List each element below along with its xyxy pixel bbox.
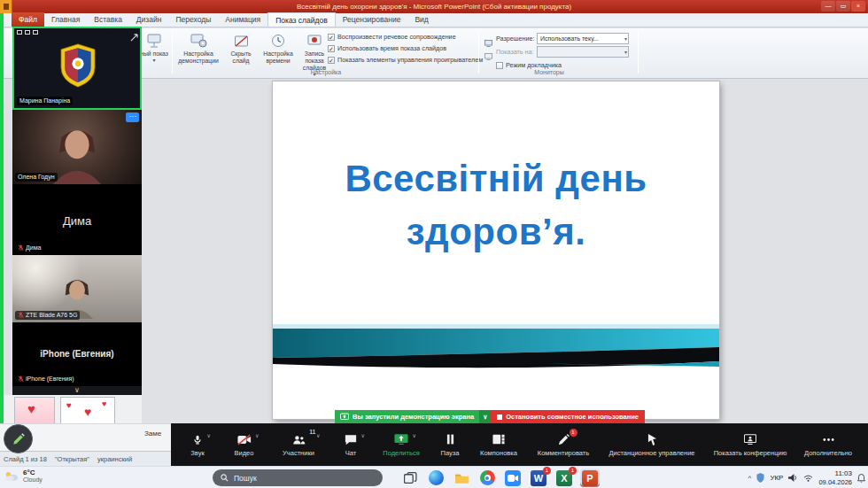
slide-thumbnail[interactable]: ♥ (14, 397, 55, 423)
window-controls: — ▭ × (821, 1, 865, 12)
toolbar-show-meeting-button[interactable]: Показать конференцию (704, 423, 796, 466)
resolution-label: Разрешение: (496, 35, 535, 43)
hide-slide-button[interactable]: Скрыть слайд (223, 30, 259, 74)
toolbar-pause-button[interactable]: Пауза (430, 423, 470, 466)
chrome-icon[interactable] (477, 469, 497, 487)
chevron-icon[interactable]: ∨ (255, 432, 259, 438)
chevron-icon[interactable]: ∨ (413, 432, 416, 438)
checkbox-presenter-view[interactable]: Режим докладчика (496, 61, 562, 69)
word-icon[interactable]: W 1 (529, 469, 548, 487)
setup-slideshow-button[interactable]: Настройка демонстрации (175, 30, 221, 74)
tab-view[interactable]: Вид (407, 12, 435, 27)
weather-cloud-icon (4, 470, 19, 482)
slide-canvas[interactable]: Всесвітній день здоров’я. (273, 81, 719, 419)
taskbar-weather[interactable]: 6°C Cloudy (4, 469, 43, 484)
weather-condition: Cloudy (23, 476, 43, 484)
panel-grid-icon[interactable] (17, 30, 22, 35)
participant-name-badge: Дима (15, 244, 43, 252)
toolbar-layout-button[interactable]: Компоновка (470, 423, 527, 466)
panel-expand-icon[interactable] (130, 29, 138, 45)
keyboard-language[interactable]: УКР (770, 474, 783, 482)
clock-icon (260, 32, 296, 50)
banner-collapse-button[interactable]: ∨ (479, 410, 491, 423)
toolbar-more-button[interactable]: Дополнительно (796, 423, 860, 466)
toolbar-video-button[interactable]: ∨ Видео (220, 423, 268, 466)
tab-design[interactable]: Дизайн (129, 12, 169, 27)
panel-collapse-button[interactable]: ∨ (12, 386, 142, 395)
chevron-icon[interactable]: ∨ (207, 432, 211, 438)
slide-counter: Слайд 1 из 18 (4, 455, 47, 463)
video-tile-iphone[interactable]: iPhone (Евгения) iPhone (Евгения) (12, 322, 142, 386)
task-view-icon[interactable] (400, 469, 420, 487)
share-screen-icon (394, 433, 408, 445)
tab-transitions[interactable]: Переходы (168, 12, 218, 27)
chevron-down-icon: ∨ (74, 386, 80, 394)
toolbar-chat-button[interactable]: ∨ Чат (329, 423, 373, 466)
record-icon (298, 32, 331, 50)
panel-controls (17, 30, 38, 35)
search-icon (221, 474, 229, 482)
resolution-dropdown[interactable]: Использовать теку... ▾ (537, 33, 629, 44)
annotation-draw-button[interactable] (4, 424, 33, 453)
tab-home[interactable]: Главная (44, 12, 87, 27)
restore-button[interactable]: ▭ (836, 1, 850, 12)
chat-icon (345, 434, 357, 445)
powerpoint-icon[interactable]: P (580, 469, 600, 487)
zoom-video-panel[interactable]: Марина Панаріна ⋯ Олена Годун Дима Дима (12, 27, 142, 395)
show-on-label: Показать на: (496, 48, 534, 56)
slide-title[interactable]: Всесвітній день здоров’я. (273, 152, 719, 258)
checkbox-icon: ✓ (328, 45, 335, 52)
record-slideshow-button[interactable]: Запись показа слайдов ▾ (298, 30, 331, 74)
video-tile-olena[interactable]: ⋯ Олена Годун (12, 110, 142, 184)
toolbar-participants-button[interactable]: 11 ∨ Участники (268, 423, 329, 466)
slide-title-line1: Всесвітній день (345, 158, 647, 199)
edge-icon[interactable] (426, 469, 446, 487)
taskbar-search[interactable]: Пошук (213, 469, 383, 486)
tab-slideshow[interactable]: Показ слайдов (267, 12, 336, 27)
stop-share-button[interactable]: Остановить совместное использование (491, 410, 645, 423)
toolbar-annotate-button[interactable]: 1 Комментировать (527, 423, 600, 466)
panel-minimize-icon[interactable] (33, 30, 38, 35)
toolbar-remote-control-button[interactable]: Дистанционное управление (600, 423, 704, 466)
heart-glyph: ♥ (102, 399, 106, 408)
close-button[interactable]: × (851, 1, 865, 12)
tab-animations[interactable]: Анимация (218, 12, 267, 27)
video-tile-zte[interactable]: ZTE Blade A76 5G (12, 255, 142, 322)
file-explorer-icon[interactable] (452, 469, 471, 487)
participant-name-badge: Олена Годун (15, 173, 58, 182)
tab-file[interactable]: Файл (12, 12, 44, 27)
chevron-icon[interactable]: ∨ (316, 432, 320, 438)
checkbox-icon (496, 62, 503, 69)
tab-insert[interactable]: Вставка (87, 12, 129, 27)
tile-menu-button[interactable]: ⋯ (126, 112, 139, 122)
chevron-icon[interactable]: ∨ (361, 432, 365, 438)
notification-badge: 1 (543, 467, 551, 475)
excel-icon[interactable]: X 1 (554, 469, 574, 487)
annotate-badge: 1 (570, 429, 577, 437)
dropdown-arrow-icon: ▾ (624, 35, 627, 44)
panel-window-icon[interactable] (25, 30, 30, 35)
shield-icon[interactable] (756, 473, 764, 483)
toolbar-audio-button[interactable]: ∨ Звук (175, 423, 220, 466)
powerpoint-titlebar[interactable]: Всесвітній день охорони здоров'я - Micro… (0, 0, 868, 13)
volume-icon[interactable] (788, 474, 798, 482)
video-tile-dima[interactable]: Дима Дима (12, 184, 142, 255)
checkbox-use-timings[interactable]: ✓ Использовать время показа слайдов (328, 44, 446, 52)
minimize-button[interactable]: — (821, 1, 835, 12)
monitor-icon (484, 48, 492, 55)
video-tile-marina[interactable]: Марина Панаріна (12, 27, 142, 110)
checkbox-play-narrations[interactable]: ✓ Воспроизвести речевое сопровождение (328, 33, 456, 41)
zoom-app-icon[interactable] (503, 469, 523, 487)
taskbar-clock[interactable]: 11:03 09.04.2026 (818, 469, 852, 486)
checkbox-show-media-controls[interactable]: ✓ Показать элементы управления проигрыва… (328, 56, 483, 64)
ribbon-tab-strip: Файл Главная Вставка Дизайн Переходы Ани… (0, 13, 868, 27)
tab-review[interactable]: Рецензирование (336, 12, 408, 27)
checkbox-icon: ✓ (328, 34, 335, 41)
tray-expand-icon[interactable]: ^ (748, 474, 752, 482)
participant-center-name: iPhone (Евгения) (12, 349, 142, 359)
network-icon[interactable] (803, 475, 813, 482)
slide-thumbnail[interactable]: ♥ ♥ ♥ (60, 397, 115, 423)
toolbar-share-button[interactable]: ∨ Поделиться (373, 423, 430, 466)
notifications-icon[interactable] (857, 474, 865, 483)
rehearse-timings-button[interactable]: Настройка времени (260, 30, 296, 74)
